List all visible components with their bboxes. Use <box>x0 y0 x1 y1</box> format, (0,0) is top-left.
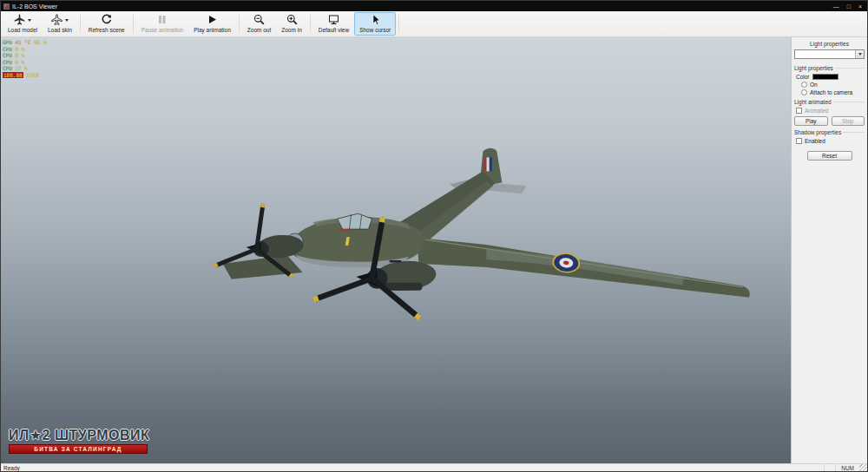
minimize-button[interactable]: — <box>833 3 839 10</box>
play-icon <box>207 13 218 29</box>
toolbar-separator <box>133 15 134 33</box>
stat-value: 0 % <box>15 59 24 65</box>
animated-label: Animated <box>805 108 828 114</box>
chevron-down-icon[interactable] <box>855 50 864 58</box>
zoom-out-icon <box>253 13 265 29</box>
status-text: Ready <box>3 465 20 471</box>
num-lock-indicator: NUM <box>835 464 859 471</box>
on-radio[interactable] <box>801 82 807 88</box>
refresh-scene-label: Refresh scene <box>89 27 125 33</box>
toolbar-separator <box>398 15 399 33</box>
shadow-enabled-label: Enabled <box>805 138 825 144</box>
zoom-out-button[interactable]: Zoom out <box>242 12 276 36</box>
performance-stats-overlay: GPU 41 °C 96 % CPU 0 % CPU 0 % CPU 0 % C… <box>3 39 47 78</box>
stat-label: CPU <box>3 59 12 65</box>
load-skin-button[interactable]: Load skin <box>43 12 77 36</box>
group-shadow-properties: Shadow properties <box>794 129 865 135</box>
default-view-button[interactable]: Default view <box>313 12 354 36</box>
show-cursor-button[interactable]: Show cursor <box>354 12 396 36</box>
model-viewport[interactable]: GPU 41 °C 96 % CPU 0 % CPU 0 % CPU 0 % C… <box>1 37 791 463</box>
aircraft-model <box>1 37 791 463</box>
logo-subtitle: БИТВА ЗА СТАЛИНГРАД <box>9 444 148 454</box>
group-light-animated: Light animated <box>794 99 865 105</box>
logo-title: ИЛ★2 ШТУРМОВИК <box>9 427 148 443</box>
show-cursor-label: Show cursor <box>359 27 391 33</box>
stat-value: 0 % <box>15 46 24 52</box>
stat-label: CPU <box>3 52 12 58</box>
light-preset-dropdown[interactable] <box>794 49 865 59</box>
stat-value: 96 % <box>34 39 46 45</box>
game-logo: ИЛ★2 ШТУРМОВИК БИТВА ЗА СТАЛИНГРАД <box>9 427 148 454</box>
stat-value: 0 % <box>15 52 24 58</box>
on-row: On <box>794 81 865 88</box>
toolbar-separator <box>80 15 81 33</box>
stat-value: 41 °C <box>15 39 30 45</box>
pause-animation-button[interactable]: Pause animation <box>136 12 188 36</box>
refresh-icon <box>101 13 112 29</box>
group-light-properties: Light properties <box>794 65 865 71</box>
play-animation-button[interactable]: Play animation <box>188 12 236 36</box>
stat-label: GPU <box>3 39 12 45</box>
load-skin-label: Load skin <box>48 27 72 33</box>
default-view-label: Default view <box>319 27 349 33</box>
toolbar: Load model Load skin Refresh scene <box>1 11 867 37</box>
zoom-out-label: Zoom out <box>247 27 271 33</box>
zoom-in-icon <box>286 13 298 29</box>
status-bar: Ready NUM <box>1 463 867 471</box>
monitor-icon <box>328 13 339 29</box>
attach-to-camera-radio[interactable] <box>801 89 807 95</box>
color-label: Color <box>796 74 810 80</box>
on-label: On <box>810 82 818 88</box>
chevron-down-icon[interactable] <box>65 19 69 22</box>
stat-value: 17 % <box>15 65 27 71</box>
light-properties-panel: Light properties Light properties Color … <box>791 37 867 463</box>
attach-camera-row: Attach to camera <box>794 88 865 96</box>
refresh-scene-button[interactable]: Refresh scene <box>83 12 130 36</box>
window-title: IL-2 BOS Viewer <box>12 3 57 10</box>
zoom-in-label: Zoom in <box>281 27 301 33</box>
airplane-icon <box>51 13 62 29</box>
maximize-button[interactable]: □ <box>847 3 851 10</box>
reset-button[interactable]: Reset <box>807 151 852 161</box>
animated-row: Animated <box>794 107 865 115</box>
stat-label: CPU <box>3 46 12 52</box>
pause-animation-label: Pause animation <box>141 27 183 33</box>
status-cell-empty <box>824 464 835 471</box>
load-model-label: Load model <box>8 27 37 33</box>
stop-light-button[interactable]: Stop <box>832 116 865 126</box>
app-icon <box>3 3 10 10</box>
color-row: Color <box>794 73 865 81</box>
play-light-button[interactable]: Play <box>794 116 828 126</box>
resize-grip[interactable] <box>859 464 867 471</box>
shadow-enabled-row: Enabled <box>794 137 865 145</box>
pause-icon <box>156 13 168 29</box>
play-animation-label: Play animation <box>194 27 231 33</box>
fps-counter: 188.88 <box>3 72 23 78</box>
cursor-icon <box>370 13 381 29</box>
color-swatch[interactable] <box>812 74 838 80</box>
stat-label: CPU <box>3 65 12 71</box>
title-bar[interactable]: IL-2 BOS Viewer — □ × <box>1 1 867 11</box>
attach-to-camera-label: Attach to camera <box>810 89 852 95</box>
toolbar-separator <box>239 15 240 33</box>
app-window: IL-2 BOS Viewer — □ × Load model <box>0 0 868 472</box>
panel-caption: Light properties <box>794 39 865 49</box>
toolbar-separator <box>310 15 311 33</box>
close-button[interactable]: × <box>858 3 862 10</box>
stat-value: 1768 <box>26 72 38 78</box>
zoom-in-button[interactable]: Zoom in <box>276 12 306 36</box>
shadow-enabled-checkbox[interactable] <box>796 138 802 144</box>
load-model-button[interactable]: Load model <box>3 12 43 36</box>
chevron-down-icon[interactable] <box>28 19 31 22</box>
airplane-icon <box>14 13 25 29</box>
animated-checkbox[interactable] <box>796 108 802 114</box>
